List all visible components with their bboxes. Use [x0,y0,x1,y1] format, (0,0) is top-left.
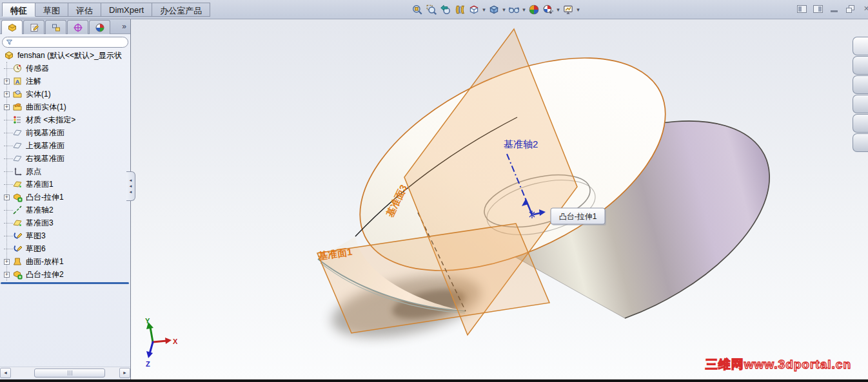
minimize-button[interactable] [829,4,840,14]
surface-bodies-icon [12,102,23,112]
task-pane-tab-5[interactable] [853,114,868,133]
view-orientation-dropdown-arrow[interactable]: ▾ [481,6,487,13]
tree-item-14[interactable]: 基准面3 [0,216,130,229]
task-pane-tab-6[interactable] [853,133,868,152]
tree-item-17[interactable]: +曲面-放样1 [0,255,130,268]
tree-item-label: 实体(1) [26,89,51,100]
task-pane-tab-1[interactable] [853,37,868,55]
configurationmanager-tab[interactable] [45,20,66,34]
tree-item-label: 草图6 [26,244,46,254]
sensor-icon [12,63,23,73]
manager-tabs-overflow-chevron[interactable]: » [122,20,129,33]
displaymanager-tab[interactable] [89,20,110,34]
tree-item-label: 传感器 [26,63,49,74]
zoom-to-area-button[interactable] [424,3,439,17]
command-tab-4[interactable]: DimXpert [101,3,152,17]
scroll-right-button[interactable]: ► [119,368,130,378]
view-settings-icon [562,4,574,15]
task-pane-tab-4[interactable] [853,95,868,113]
tree-item-15[interactable]: 草图3 [0,229,130,242]
tree-item-4[interactable]: +实体(1) [0,88,130,100]
expander-icon[interactable]: + [4,104,10,110]
z-axis-label: Z [146,360,150,368]
featuremanager-tab[interactable] [1,20,23,34]
manager-pane-tabs: » [0,19,130,34]
extrude-icon [12,269,23,280]
hide-show-items-dropdown-arrow[interactable]: ▾ [521,6,527,13]
tree-filter[interactable] [2,37,128,48]
tree-item-6[interactable]: 材质 <未指定> [0,113,130,126]
sketch-icon [12,231,23,241]
tree-item-label: 草图3 [26,231,46,242]
dimxpertmanager-tab[interactable] [67,20,88,34]
tree-item-13[interactable]: 基准轴2 [0,204,130,216]
section-view-icon [454,4,466,15]
expander-icon[interactable]: + [4,195,10,200]
expander-icon[interactable]: + [4,272,10,278]
tree-item-label: 基准面1 [26,179,54,190]
minimize-icon [831,10,838,12]
scrollbar-thumb[interactable] [34,368,105,377]
tree-item-16[interactable]: 草图6 [0,242,130,255]
tree-item-8[interactable]: 上视基准面 [0,139,130,152]
tree-item-18[interactable]: +凸台-拉伸2 [0,268,130,281]
toggle-right-pane-icon [813,5,823,13]
expander-icon[interactable]: + [4,259,10,265]
previous-view-button[interactable] [439,3,453,17]
display-style-button[interactable] [487,3,501,17]
command-tab-2[interactable]: 草图 [35,3,68,17]
zoom-to-fit-button[interactable] [410,3,424,17]
axis-icon [12,205,23,215]
toggle-left-pane-button[interactable] [796,4,807,14]
solidworks-window: { "command_tabs": [ {"label": "特征", "act… [0,0,868,382]
edit-appearance-button[interactable] [541,3,555,17]
plane-gold-icon [12,179,23,189]
graphics-area[interactable]: 基准面3 基准面1 基准轴2 凸台-拉伸1 Y X Z 三维网www. [131,19,868,382]
tree-item-11[interactable]: 基准面1 [0,178,130,191]
feature-tree: fenshan (默认<<默认>_显示状传感器+A注解+实体(1)+曲面实体(1… [0,49,130,281]
tree-item-7[interactable]: 前视基准面 [0,126,130,139]
tree-item-12[interactable]: +凸台-拉伸1 [0,191,130,204]
restore-button[interactable] [845,4,856,14]
tree-item-10[interactable]: 原点 [0,165,130,178]
view-orientation-button[interactable] [467,3,481,17]
tree-item-1[interactable]: fenshan (默认<<默认>_显示状 [0,49,130,62]
axis-label[interactable]: 基准轴2 [504,138,538,149]
propertymanager-tab[interactable] [23,20,44,34]
featuremanager-icon [7,23,17,33]
task-pane-tab-2[interactable] [853,56,868,75]
tree-item-label: 曲面实体(1) [26,102,66,113]
tree-connector [4,120,13,120]
rollback-bar[interactable] [1,282,129,284]
task-pane-tab-3[interactable] [853,75,868,94]
svg-text:A: A [15,79,20,85]
filter-input[interactable] [13,38,128,46]
expander-icon[interactable]: + [4,91,10,97]
tree-item-label: 注解 [26,76,41,87]
apply-scene-button[interactable] [527,3,541,17]
command-tab-5[interactable]: 办公室产品 [152,3,210,17]
panel-splitter-handle[interactable]: ◄ ◄ ◄ [126,171,135,201]
edit-appearance-dropdown-arrow[interactable]: ▾ [555,6,561,13]
tree-item-2[interactable]: 传感器 [0,62,130,75]
command-tab-1[interactable]: 特征 [2,3,35,17]
view-settings-button[interactable] [561,3,575,17]
tree-item-5[interactable]: +曲面实体(1) [0,100,130,113]
expander-icon[interactable]: + [4,79,10,84]
tree-item-label: 基准面3 [26,218,54,229]
view-settings-dropdown-arrow[interactable]: ▾ [575,6,581,13]
hide-show-items-button[interactable] [507,3,521,17]
tree-item-label: 前视基准面 [26,128,64,138]
display-style-dropdown-arrow[interactable]: ▾ [501,6,507,13]
section-view-button[interactable] [453,3,467,17]
toggle-right-pane-button[interactable] [813,4,824,14]
tree-item-3[interactable]: +A注解 [0,75,130,88]
tree-item-9[interactable]: 右视基准面 [0,152,130,165]
solid-bodies-icon [12,89,23,99]
command-tab-3[interactable]: 评估 [68,3,101,17]
collapse-arrow-icon: ◄ [129,190,133,194]
close-button[interactable]: ✕ [861,4,868,14]
scroll-left-button[interactable]: ◄ [0,368,11,378]
part-icon [4,50,14,61]
scene-svg[interactable]: 基准面3 基准面1 基准轴2 凸台-拉伸1 Y X Z [131,19,868,382]
